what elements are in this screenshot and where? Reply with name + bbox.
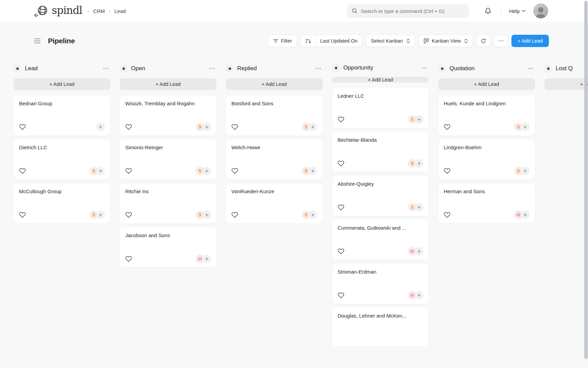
breadcrumb-separator: › <box>88 7 89 14</box>
favorite-button[interactable] <box>125 212 132 218</box>
heart-icon <box>444 124 451 130</box>
lead-card-title: Botsford and Sons <box>231 101 317 106</box>
plus-icon[interactable]: + <box>309 167 317 175</box>
favorite-button[interactable] <box>19 168 26 174</box>
lead-card[interactable]: Dietrich LLC S + <box>14 139 110 180</box>
refresh-button[interactable] <box>476 35 490 47</box>
lead-card[interactable]: Douglas, Lehner and McKen... + <box>332 308 429 346</box>
column-options-button[interactable]: ⋯ <box>527 65 535 72</box>
lead-card[interactable]: Stroman-Erdman M + <box>332 264 429 304</box>
lead-card[interactable]: Ritchie Inc S + <box>120 183 216 224</box>
search-input[interactable] <box>361 8 464 14</box>
lead-card-footer: S + <box>338 115 423 124</box>
breadcrumb-lead[interactable]: Lead <box>114 8 126 14</box>
lead-card-title: Jacobson and Sons <box>125 232 211 238</box>
favorite-button[interactable] <box>338 292 344 298</box>
plus-icon[interactable]: + <box>96 167 105 175</box>
lead-card[interactable]: Bednari Group + <box>14 95 110 136</box>
lead-card[interactable]: Herman and Sons M + <box>438 183 535 224</box>
plus-icon[interactable]: + <box>521 211 529 219</box>
column-header: Open ⋯ <box>120 64 216 73</box>
favorite-button[interactable] <box>231 212 238 218</box>
column-options-button[interactable]: ⋯ <box>208 65 216 72</box>
plus-icon[interactable]: + <box>202 123 211 131</box>
plus-icon[interactable]: + <box>202 255 211 263</box>
sort-direction-button[interactable] <box>301 35 315 47</box>
column-add-lead-button[interactable]: + Add Lead <box>332 77 429 82</box>
lead-card[interactable]: Bechtelar-Blanda S + <box>332 132 429 172</box>
lead-card[interactable]: Simonis-Reinger S + <box>120 139 216 180</box>
favorite-button[interactable] <box>125 256 132 262</box>
favorite-button[interactable] <box>19 124 26 130</box>
column-options-button[interactable]: ⋯ <box>421 65 429 71</box>
lead-card[interactable]: Botsford and Sons S + <box>226 95 323 136</box>
plus-icon[interactable]: + <box>415 291 423 300</box>
column-cards: Wisozk, Tremblay and Rogahn S + Simonis-… <box>120 95 216 267</box>
updown-chevrons-icon <box>406 39 410 43</box>
favorite-button[interactable] <box>444 124 451 130</box>
more-options-button[interactable]: ⋯ <box>494 35 508 47</box>
menu-icon[interactable] <box>33 37 41 45</box>
scrollbar-thumb[interactable] <box>584 1 588 359</box>
lead-card[interactable]: Jacobson and Sons M + <box>120 227 216 267</box>
plus-icon[interactable]: + <box>96 211 105 219</box>
plus-icon[interactable]: + <box>202 167 211 175</box>
notifications-button[interactable] <box>484 7 492 15</box>
select-kanban-dropdown[interactable]: Select Kanban <box>366 35 415 47</box>
card-actions: S + <box>196 167 211 175</box>
plus-icon[interactable]: + <box>521 167 529 175</box>
lead-card[interactable]: Wisozk, Tremblay and Rogahn S + <box>120 95 216 136</box>
lead-card[interactable]: Abshire-Quigley S + <box>332 176 429 216</box>
plus-icon[interactable]: + <box>415 247 423 256</box>
plus-icon[interactable]: + <box>521 123 529 131</box>
filter-button[interactable]: Filter <box>268 35 297 47</box>
favorite-button[interactable] <box>125 168 132 174</box>
ellipsis-icon: ⋯ <box>421 64 428 71</box>
favorite-button[interactable] <box>231 124 238 130</box>
favorite-button[interactable] <box>125 124 132 130</box>
column-add-lead-button[interactable]: + Add Lead <box>226 78 323 90</box>
favorite-button[interactable] <box>444 212 451 218</box>
favorite-button[interactable] <box>338 116 344 123</box>
column-add-lead-button[interactable]: + Add Lead <box>438 78 535 90</box>
lead-card[interactable]: VonRueden-Kunze S + <box>226 183 323 224</box>
column-options-button[interactable]: ⋯ <box>314 65 323 72</box>
lead-card[interactable]: Lindgren-Boehm S + <box>438 139 535 180</box>
plus-icon[interactable]: + <box>309 123 317 131</box>
lead-card-title: Stroman-Erdman <box>338 269 423 275</box>
lead-card-footer: S + <box>125 211 211 219</box>
lead-card[interactable]: Welch-Howe S + <box>226 139 323 180</box>
favorite-button[interactable] <box>338 248 344 255</box>
column-add-lead-button[interactable]: + Add Lead <box>14 78 110 90</box>
lead-card[interactable]: Huels, Kunde and Lindgren S + <box>438 95 535 136</box>
vertical-scrollbar[interactable] <box>584 0 588 368</box>
lead-card[interactable]: McCullough Group S + <box>14 183 110 224</box>
app-logo[interactable]: spindl <box>33 5 82 17</box>
column-add-lead-button[interactable]: + Add Lead <box>544 78 588 90</box>
plus-icon[interactable]: + <box>415 159 423 168</box>
column-add-lead-button[interactable]: + Add Lead <box>120 78 216 90</box>
column-cards: Botsford and Sons S + Welch-Howe <box>226 95 323 224</box>
help-menu-button[interactable]: Help <box>509 8 526 14</box>
ellipsis-icon: ⋯ <box>527 65 534 72</box>
lead-card[interactable]: Cummerata, Gutkowski and ... M + <box>332 220 429 260</box>
lead-card[interactable]: Ledner LLC S + <box>332 88 429 128</box>
plus-icon[interactable]: + <box>96 123 105 131</box>
view-type-dropdown[interactable]: Kanban View <box>419 35 473 47</box>
user-avatar[interactable] <box>533 3 548 18</box>
plus-icon[interactable]: + <box>415 115 423 124</box>
plus-icon[interactable]: + <box>415 203 423 212</box>
add-lead-button[interactable]: + Add Lead <box>511 35 549 47</box>
favorite-button[interactable] <box>338 160 344 167</box>
global-search[interactable] <box>347 4 469 18</box>
add-lead-label: + Add Lead <box>518 38 543 44</box>
favorite-button[interactable] <box>19 212 26 218</box>
plus-icon[interactable]: + <box>309 211 317 219</box>
favorite-button[interactable] <box>231 168 238 174</box>
column-options-button[interactable]: ⋯ <box>102 65 110 72</box>
favorite-button[interactable] <box>444 168 451 174</box>
sort-field-button[interactable]: Last Updated On <box>315 35 362 47</box>
plus-icon[interactable]: + <box>202 211 211 219</box>
breadcrumb-crm[interactable]: CRM <box>93 8 105 14</box>
favorite-button[interactable] <box>338 204 344 211</box>
